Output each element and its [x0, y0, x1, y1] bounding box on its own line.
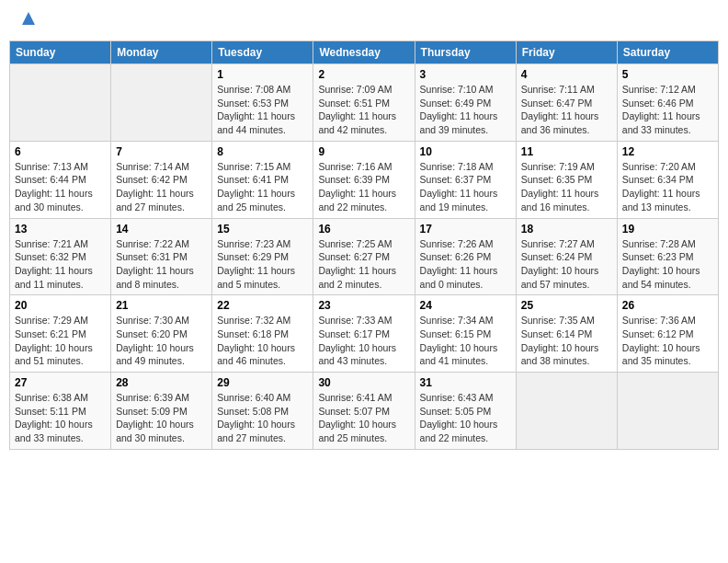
day-number: 26	[622, 299, 713, 312]
day-number: 30	[318, 376, 409, 389]
day-info: Sunrise: 7:11 AMSunset: 6:47 PMDaylight:…	[521, 83, 612, 137]
page-header	[9, 9, 719, 31]
calendar-cell: 31Sunrise: 6:43 AMSunset: 5:05 PMDayligh…	[415, 373, 516, 450]
day-number: 20	[15, 299, 106, 312]
calendar-cell: 12Sunrise: 7:20 AMSunset: 6:34 PMDayligh…	[617, 141, 718, 218]
day-number: 31	[420, 376, 511, 389]
calendar-cell: 8Sunrise: 7:15 AMSunset: 6:41 PMDaylight…	[212, 141, 313, 218]
day-info: Sunrise: 7:13 AMSunset: 6:44 PMDaylight:…	[15, 160, 106, 214]
day-number: 21	[116, 299, 207, 312]
day-info: Sunrise: 6:41 AMSunset: 5:07 PMDaylight:…	[318, 391, 409, 445]
logo	[18, 14, 37, 27]
calendar-cell: 14Sunrise: 7:22 AMSunset: 6:31 PMDayligh…	[111, 218, 212, 295]
day-info: Sunrise: 7:32 AMSunset: 6:18 PMDaylight:…	[217, 314, 308, 368]
calendar-week-2: 6Sunrise: 7:13 AMSunset: 6:44 PMDaylight…	[10, 141, 719, 218]
calendar-cell: 7Sunrise: 7:14 AMSunset: 6:42 PMDaylight…	[111, 141, 212, 218]
day-info: Sunrise: 7:18 AMSunset: 6:37 PMDaylight:…	[420, 160, 511, 214]
calendar-cell	[516, 373, 617, 450]
calendar-cell: 19Sunrise: 7:28 AMSunset: 6:23 PMDayligh…	[617, 218, 718, 295]
weekday-header-sunday: Sunday	[10, 41, 111, 64]
day-number: 28	[116, 376, 207, 389]
day-number: 22	[217, 299, 308, 312]
day-number: 11	[521, 145, 612, 158]
weekday-header-friday: Friday	[516, 41, 617, 64]
calendar-cell: 17Sunrise: 7:26 AMSunset: 6:26 PMDayligh…	[415, 218, 516, 295]
day-number: 10	[420, 145, 511, 158]
day-info: Sunrise: 7:08 AMSunset: 6:53 PMDaylight:…	[217, 83, 308, 137]
weekday-header-wednesday: Wednesday	[313, 41, 415, 64]
weekday-header-thursday: Thursday	[415, 41, 516, 64]
calendar-week-4: 20Sunrise: 7:29 AMSunset: 6:21 PMDayligh…	[10, 295, 719, 373]
day-number: 17	[420, 223, 511, 236]
weekday-header-saturday: Saturday	[617, 41, 718, 64]
calendar-cell: 21Sunrise: 7:30 AMSunset: 6:20 PMDayligh…	[111, 295, 212, 373]
day-number: 6	[15, 145, 106, 158]
calendar-cell: 1Sunrise: 7:08 AMSunset: 6:53 PMDaylight…	[212, 64, 313, 142]
day-info: Sunrise: 7:25 AMSunset: 6:27 PMDaylight:…	[318, 237, 409, 292]
calendar-week-5: 27Sunrise: 6:38 AMSunset: 5:11 PMDayligh…	[10, 373, 719, 450]
day-info: Sunrise: 7:21 AMSunset: 6:32 PMDaylight:…	[15, 237, 106, 292]
day-info: Sunrise: 7:12 AMSunset: 6:46 PMDaylight:…	[622, 83, 713, 137]
day-info: Sunrise: 7:22 AMSunset: 6:31 PMDaylight:…	[116, 237, 207, 292]
calendar-cell: 3Sunrise: 7:10 AMSunset: 6:49 PMDaylight…	[415, 64, 516, 142]
day-number: 13	[15, 223, 106, 236]
day-number: 12	[622, 145, 713, 158]
day-number: 7	[116, 145, 207, 158]
calendar-cell: 28Sunrise: 6:39 AMSunset: 5:09 PMDayligh…	[111, 373, 212, 450]
calendar-cell	[617, 373, 718, 450]
day-info: Sunrise: 6:40 AMSunset: 5:08 PMDaylight:…	[217, 391, 308, 445]
day-number: 2	[318, 68, 409, 81]
calendar-cell: 15Sunrise: 7:23 AMSunset: 6:29 PMDayligh…	[212, 218, 313, 295]
weekday-header-tuesday: Tuesday	[212, 41, 313, 64]
day-number: 1	[217, 68, 308, 81]
day-info: Sunrise: 6:43 AMSunset: 5:05 PMDaylight:…	[420, 391, 511, 445]
calendar-week-3: 13Sunrise: 7:21 AMSunset: 6:32 PMDayligh…	[10, 218, 719, 295]
day-info: Sunrise: 7:27 AMSunset: 6:24 PMDaylight:…	[521, 237, 612, 292]
day-info: Sunrise: 7:09 AMSunset: 6:51 PMDaylight:…	[318, 83, 409, 137]
calendar-cell: 18Sunrise: 7:27 AMSunset: 6:24 PMDayligh…	[516, 218, 617, 295]
calendar-cell: 27Sunrise: 6:38 AMSunset: 5:11 PMDayligh…	[10, 373, 111, 450]
calendar-cell: 13Sunrise: 7:21 AMSunset: 6:32 PMDayligh…	[10, 218, 111, 295]
day-info: Sunrise: 7:35 AMSunset: 6:14 PMDaylight:…	[521, 314, 612, 368]
day-info: Sunrise: 7:36 AMSunset: 6:12 PMDaylight:…	[622, 314, 713, 368]
day-number: 3	[420, 68, 511, 81]
day-number: 24	[420, 299, 511, 312]
day-info: Sunrise: 7:14 AMSunset: 6:42 PMDaylight:…	[116, 160, 207, 214]
day-number: 4	[521, 68, 612, 81]
day-info: Sunrise: 6:38 AMSunset: 5:11 PMDaylight:…	[15, 391, 106, 445]
day-number: 18	[521, 223, 612, 236]
calendar-cell: 9Sunrise: 7:16 AMSunset: 6:39 PMDaylight…	[313, 141, 415, 218]
calendar-cell: 23Sunrise: 7:33 AMSunset: 6:17 PMDayligh…	[313, 295, 415, 373]
day-info: Sunrise: 7:30 AMSunset: 6:20 PMDaylight:…	[116, 314, 207, 368]
day-number: 5	[622, 68, 713, 81]
calendar-cell: 20Sunrise: 7:29 AMSunset: 6:21 PMDayligh…	[10, 295, 111, 373]
day-info: Sunrise: 7:19 AMSunset: 6:35 PMDaylight:…	[521, 160, 612, 214]
day-info: Sunrise: 7:20 AMSunset: 6:34 PMDaylight:…	[622, 160, 713, 214]
day-info: Sunrise: 7:23 AMSunset: 6:29 PMDaylight:…	[217, 237, 308, 292]
calendar-cell: 22Sunrise: 7:32 AMSunset: 6:18 PMDayligh…	[212, 295, 313, 373]
calendar-cell: 16Sunrise: 7:25 AMSunset: 6:27 PMDayligh…	[313, 218, 415, 295]
calendar-cell: 29Sunrise: 6:40 AMSunset: 5:08 PMDayligh…	[212, 373, 313, 450]
day-info: Sunrise: 7:26 AMSunset: 6:26 PMDaylight:…	[420, 237, 511, 292]
logo-icon	[20, 10, 37, 27]
day-info: Sunrise: 6:39 AMSunset: 5:09 PMDaylight:…	[116, 391, 207, 445]
calendar-cell: 25Sunrise: 7:35 AMSunset: 6:14 PMDayligh…	[516, 295, 617, 373]
day-info: Sunrise: 7:16 AMSunset: 6:39 PMDaylight:…	[318, 160, 409, 214]
day-number: 27	[15, 376, 106, 389]
day-number: 14	[116, 223, 207, 236]
calendar-cell: 11Sunrise: 7:19 AMSunset: 6:35 PMDayligh…	[516, 141, 617, 218]
day-info: Sunrise: 7:34 AMSunset: 6:15 PMDaylight:…	[420, 314, 511, 368]
calendar-cell: 6Sunrise: 7:13 AMSunset: 6:44 PMDaylight…	[10, 141, 111, 218]
calendar-cell: 10Sunrise: 7:18 AMSunset: 6:37 PMDayligh…	[415, 141, 516, 218]
calendar-cell: 2Sunrise: 7:09 AMSunset: 6:51 PMDaylight…	[313, 64, 415, 142]
calendar-cell: 26Sunrise: 7:36 AMSunset: 6:12 PMDayligh…	[617, 295, 718, 373]
calendar-cell: 30Sunrise: 6:41 AMSunset: 5:07 PMDayligh…	[313, 373, 415, 450]
day-number: 25	[521, 299, 612, 312]
day-info: Sunrise: 7:33 AMSunset: 6:17 PMDaylight:…	[318, 314, 409, 368]
day-number: 15	[217, 223, 308, 236]
day-number: 19	[622, 223, 713, 236]
day-info: Sunrise: 7:15 AMSunset: 6:41 PMDaylight:…	[217, 160, 308, 214]
day-info: Sunrise: 7:29 AMSunset: 6:21 PMDaylight:…	[15, 314, 106, 368]
calendar-cell	[111, 64, 212, 142]
day-number: 29	[217, 376, 308, 389]
